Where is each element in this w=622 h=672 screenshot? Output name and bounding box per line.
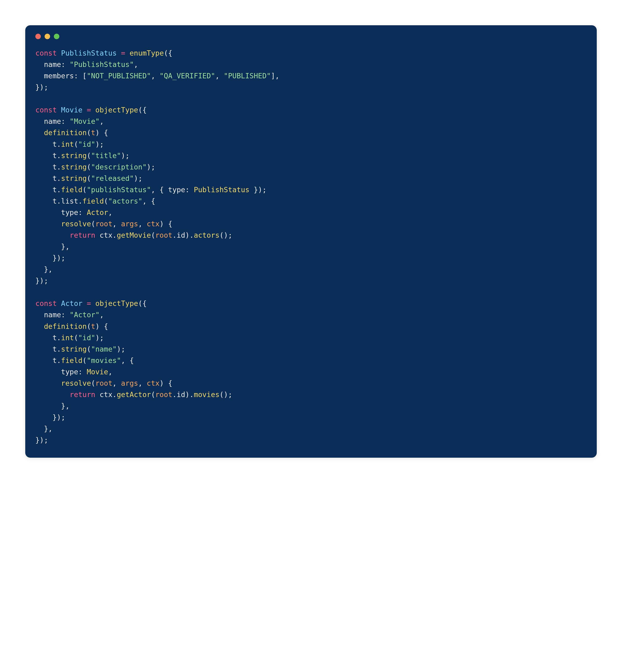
code-token: ({ [138,299,147,308]
code-token: definition [44,322,87,331]
code-token: = [87,106,91,114]
code-token [125,49,129,57]
code-token: ( [74,334,78,342]
code-token: ], [271,72,279,80]
code-token: ({ [138,106,147,114]
code-token: : [78,208,87,216]
code-token: enumType [130,49,164,57]
code-token: objectType [95,299,138,308]
code-token: : [78,368,87,376]
code-token: }, [35,425,53,433]
code-token: resolve [61,379,91,388]
code-token: }, [35,242,70,251]
code-token: Actor [87,208,108,216]
code-token [35,391,70,399]
code-token [57,299,61,308]
code-token: t. [35,152,61,160]
close-icon[interactable] [35,34,41,39]
code-token [91,106,95,114]
code-token: field [61,357,82,365]
code-token: : [61,117,70,126]
code-token: int [61,334,74,342]
code-token: ( [82,186,87,194]
code-window: const PublishStatus = enumType({ name: "… [25,25,597,458]
code-token [91,299,95,308]
code-token: , { [142,197,155,205]
code-token: ( [82,357,87,365]
code-token: return [70,391,95,399]
code-token: members [44,72,74,80]
code-token: "Movie" [70,117,100,126]
minimize-icon[interactable] [45,34,50,39]
code-token: : [61,311,70,319]
code-token: t [91,129,95,137]
code-token: , { [151,186,168,194]
code-token [35,311,44,319]
code-token [35,322,44,331]
code-token: , [112,379,121,388]
code-token: , { [121,357,134,365]
code-token [117,49,121,57]
code-token: t. [35,163,61,171]
code-token [35,60,44,69]
code-token: t. [35,345,61,353]
window-titlebar [35,34,587,39]
code-token: root [155,391,172,399]
code-token: root [155,231,172,239]
code-token: ) { [95,322,108,331]
code-token: ({ [164,49,173,57]
code-token: type [168,186,185,194]
code-token [35,208,61,216]
code-token: ); [134,174,142,182]
code-token: type [61,368,78,376]
code-token: "QA_VERIFIED" [160,72,215,80]
code-token: "released" [91,174,134,182]
code-token: : [ [74,72,87,80]
code-token: ); [95,334,104,342]
code-token: , [108,368,112,376]
code-token: ctx. [95,391,117,399]
code-token [82,299,87,308]
code-token: movies [194,391,219,399]
code-token: : [185,186,194,194]
code-token: t. [35,334,61,342]
code-token: ( [74,140,78,148]
code-token: ); [121,152,130,160]
code-token: root [95,220,112,228]
code-token: }, [35,265,53,273]
code-token: t. [35,357,61,365]
code-token: "PUBLISHED" [224,72,271,80]
code-token: }); [35,413,65,422]
code-token: , [138,220,147,228]
code-token: }); [35,83,48,91]
code-token: }); [35,254,65,262]
code-token: ( [91,220,95,228]
code-token: objectType [95,106,138,114]
code-token: "id" [78,140,95,148]
code-block: const PublishStatus = enumType({ name: "… [35,47,587,446]
code-token: "description" [91,163,147,171]
code-token: ( [87,129,91,137]
code-token: ( [87,174,91,182]
code-token [35,72,44,80]
code-token: , [151,72,160,80]
code-token: .id). [172,231,194,239]
zoom-icon[interactable] [54,34,59,39]
code-token [35,117,44,126]
code-token: args [121,379,138,388]
code-token: "actors" [108,197,142,205]
code-token: ); [117,345,126,353]
code-token: ( [91,379,95,388]
code-token: args [121,220,138,228]
code-token: "NOT_PUBLISHED" [87,72,151,80]
code-token: string [61,174,87,182]
code-token: name [44,60,61,69]
code-token: name [44,117,61,126]
code-token: actors [194,231,219,239]
code-token: string [61,152,87,160]
code-token: ) { [160,379,172,388]
code-token [35,368,61,376]
code-token: Movie [87,368,108,376]
code-token: }); [35,436,48,444]
code-token: PublishStatus [194,186,249,194]
